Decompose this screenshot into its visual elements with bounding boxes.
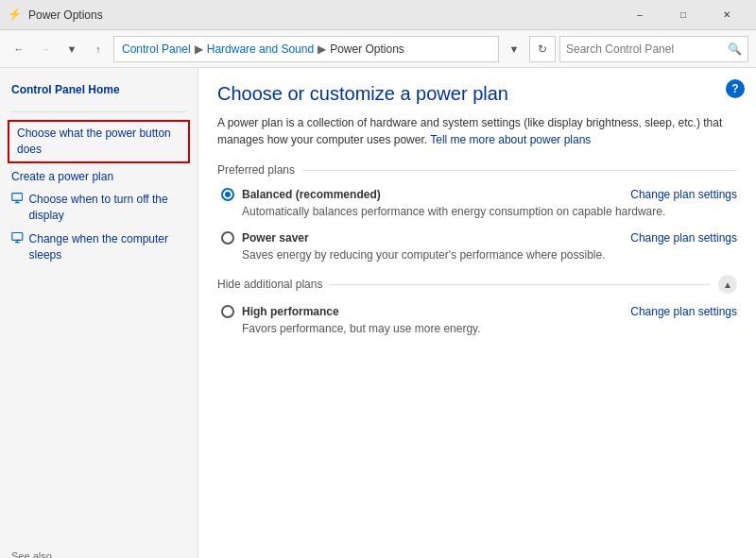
radio-powersaver[interactable]	[221, 231, 234, 245]
sidebar-home-link[interactable]: Control Panel Home	[0, 79, 198, 104]
sidebar: Control Panel Home Choose what the power…	[0, 68, 198, 558]
back-button[interactable]: ←	[8, 38, 30, 60]
breadcrumb-control-panel[interactable]: Control Panel	[122, 42, 191, 56]
plan-header-highperf: High performance Change plan settings	[221, 305, 737, 318]
change-plan-balanced-link[interactable]: Change plan settings	[630, 188, 737, 201]
dropdown-button[interactable]: ▼	[503, 38, 525, 60]
plan-radio-label-powersaver[interactable]: Power saver	[221, 231, 309, 245]
minimize-button[interactable]: –	[618, 0, 662, 30]
breadcrumb-bar: Control Panel ▶ Hardware and Sound ▶ Pow…	[113, 36, 499, 62]
plan-item-balanced: Balanced (recommended) Change plan setti…	[217, 188, 737, 218]
section-line-1	[302, 170, 737, 171]
plan-radio-label-balanced[interactable]: Balanced (recommended)	[221, 188, 381, 201]
hide-plans-chevron[interactable]: ▲	[718, 275, 737, 294]
sleep-icon	[11, 231, 24, 245]
plan-name-powersaver: Power saver	[242, 231, 309, 245]
search-input[interactable]	[566, 42, 728, 56]
sidebar-item-sleep[interactable]: Change when the computer sleeps	[0, 228, 198, 267]
main-container: Control Panel Home Choose what the power…	[0, 68, 756, 558]
breadcrumb-sep-2: ▶	[318, 42, 326, 56]
content-area: ? Choose or customize a power plan A pow…	[198, 68, 756, 558]
breadcrumb-hardware-sound[interactable]: Hardware and Sound	[207, 42, 314, 56]
radio-highperf[interactable]	[221, 305, 234, 318]
breadcrumb-sep-1: ▶	[195, 42, 203, 56]
breadcrumb-power-options: Power Options	[330, 42, 404, 56]
plan-radio-label-highperf[interactable]: High performance	[221, 305, 339, 318]
hide-plans-line	[330, 284, 711, 285]
address-bar: ← → ▼ ↑ Control Panel ▶ Hardware and Sou…	[0, 30, 756, 68]
sidebar-item-power-button[interactable]: Choose what the power button does	[8, 120, 190, 163]
plan-name-highperf: High performance	[242, 305, 339, 318]
help-button[interactable]: ?	[726, 79, 745, 98]
window-controls: – □ ✕	[618, 0, 748, 30]
preferred-plans-divider: Preferred plans	[217, 163, 737, 177]
plan-item-powersaver: Power saver Change plan settings Saves e…	[217, 231, 737, 262]
sidebar-divider-1	[11, 111, 186, 112]
hide-plans-label: Hide additional plans	[217, 278, 322, 291]
change-plan-powersaver-link[interactable]: Change plan settings	[630, 231, 737, 245]
sidebar-item-create-plan[interactable]: Create a power plan	[0, 165, 198, 189]
monitor-icon	[11, 192, 23, 205]
radio-balanced[interactable]	[221, 188, 234, 201]
plan-header-powersaver: Power saver Change plan settings	[221, 231, 737, 245]
change-plan-highperf-link[interactable]: Change plan settings	[630, 305, 737, 318]
sidebar-item-display[interactable]: Choose when to turn off the display	[0, 188, 198, 228]
content-description: A power plan is a collection of hardware…	[217, 114, 737, 148]
search-icon: 🔍	[728, 42, 742, 56]
plan-desc-balanced: Automatically balances performance with …	[221, 205, 737, 218]
plan-name-balanced: Balanced (recommended)	[242, 188, 381, 201]
hide-plans-section: Hide additional plans ▲	[217, 275, 737, 294]
svg-rect-0	[12, 194, 23, 201]
plan-desc-highperf: Favors performance, but may use more ene…	[221, 322, 737, 335]
page-title: Choose or customize a power plan	[217, 83, 737, 105]
see-also-label: See also	[11, 550, 198, 558]
window-icon: ⚡	[8, 8, 23, 23]
window-title: Power Options	[28, 8, 618, 22]
svg-rect-4	[12, 232, 23, 240]
plan-header-balanced: Balanced (recommended) Change plan setti…	[221, 188, 737, 201]
title-bar: ⚡ Power Options – □ ✕	[0, 0, 756, 30]
up-button[interactable]: ↑	[87, 38, 110, 60]
preferred-plans-label: Preferred plans	[217, 163, 295, 177]
maximize-button[interactable]: □	[662, 0, 705, 30]
plan-item-highperf: High performance Change plan settings Fa…	[217, 305, 737, 335]
close-button[interactable]: ✕	[705, 0, 748, 30]
refresh-button[interactable]: ↻	[529, 36, 556, 62]
search-box: 🔍	[559, 36, 748, 62]
forward-button[interactable]: →	[34, 38, 57, 60]
tell-me-more-link[interactable]: Tell me more about power plans	[430, 133, 591, 146]
recent-button[interactable]: ▼	[60, 38, 83, 60]
plan-desc-powersaver: Saves energy by reducing your computer's…	[221, 248, 737, 262]
